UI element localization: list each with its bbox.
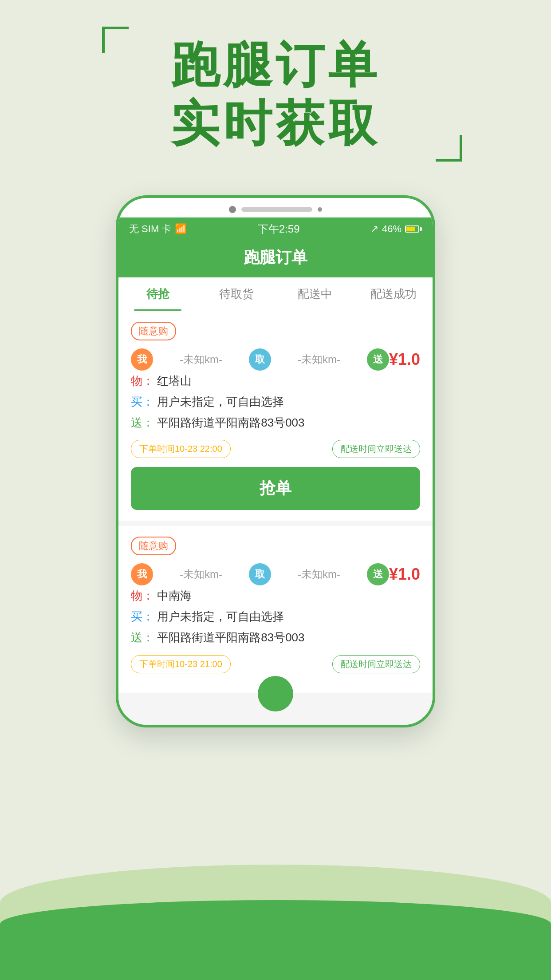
volume-up-button — [116, 296, 118, 322]
bg-wave-dark — [0, 900, 551, 980]
home-button[interactable] — [258, 676, 293, 711]
buy-label-1: 买： — [131, 395, 154, 408]
bracket-top-left — [102, 27, 129, 53]
item-value-2: 中南海 — [157, 589, 192, 602]
bracket-bottom-right — [436, 135, 462, 162]
tab-bar: 待抢 待取货 配送中 配送成功 — [118, 277, 433, 311]
status-time: 下午2:59 — [258, 222, 300, 236]
phone-speaker — [241, 207, 312, 212]
battery-fill — [406, 227, 415, 231]
wifi-icon: 📶 — [175, 223, 187, 235]
notch-dot — [229, 206, 236, 213]
status-bar: 无 SIM 卡 📶 下午2:59 ↗ 46% — [118, 217, 433, 241]
power-button — [433, 313, 435, 349]
phone-notch — [118, 198, 433, 217]
order-meta-1: 下单时间10-23 22:00 配送时间立即送达 — [131, 440, 420, 458]
app-title: 跑腿订单 — [244, 248, 307, 266]
app-header: 跑腿订单 — [118, 241, 433, 277]
order-tag-2: 随意购 — [131, 537, 176, 555]
from-dist-2: -未知km- — [153, 567, 249, 581]
deliver-label-2: 送： — [131, 631, 154, 644]
status-right: ↗ 46% — [370, 223, 422, 235]
status-left: 无 SIM 卡 📶 — [129, 222, 187, 236]
grab-button-1[interactable]: 抢单 — [131, 467, 420, 510]
item-label-2: 物： — [131, 589, 154, 602]
order-card-2: 随意购 我 -未知km- 取 -未知km- 送 ¥1.0 — [118, 526, 433, 692]
tab-waiting-pickup[interactable]: 待取货 — [197, 277, 276, 311]
order-time-tag-2: 下单时间10-23 21:00 — [131, 655, 231, 673]
order-route-1: 我 -未知km- 取 -未知km- 送 ¥1.0 — [131, 348, 420, 371]
tab-delivered[interactable]: 配送成功 — [354, 277, 433, 311]
deliver-value-2: 平阳路街道平阳南路83号003 — [157, 631, 304, 644]
deliver-label-1: 送： — [131, 416, 154, 429]
deliver-time-tag-1: 配送时间立即送达 — [332, 440, 420, 458]
order-card-1: 随意购 我 -未知km- 取 -未知km- 送 ¥1.0 — [118, 311, 433, 521]
home-button-area — [118, 698, 433, 725]
item-label-1: 物： — [131, 374, 154, 387]
order-time-tag-1: 下单时间10-23 22:00 — [131, 440, 231, 458]
orders-list: 随意购 我 -未知km- 取 -未知km- 送 ¥1.0 — [118, 311, 433, 698]
order-tag-1: 随意购 — [131, 322, 176, 340]
phone-frame: 无 SIM 卡 📶 下午2:59 ↗ 46% 跑腿订单 待抢 — [116, 195, 435, 727]
carrier-label: 无 SIM 卡 — [129, 222, 171, 236]
order-price-2: ¥1.0 — [389, 565, 420, 584]
battery-tip — [420, 227, 422, 231]
deliver-icon-2: 送 — [367, 563, 389, 585]
location-icon: ↗ — [370, 223, 378, 235]
volume-down-button — [116, 331, 118, 358]
from-dist-1: -未知km- — [153, 352, 249, 367]
front-camera — [318, 207, 322, 212]
deliver-value-1: 平阳路街道平阳南路83号003 — [157, 416, 304, 429]
buy-value-2: 用户未指定，可自由选择 — [157, 610, 284, 623]
battery-body — [405, 225, 419, 233]
from-icon-1: 我 — [131, 348, 153, 371]
pick-dist-1: -未知km- — [271, 352, 367, 367]
battery-pct: 46% — [382, 223, 401, 235]
deliver-icon-1: 送 — [367, 348, 389, 371]
phone-mockup: 无 SIM 卡 📶 下午2:59 ↗ 46% 跑腿订单 待抢 — [116, 195, 435, 727]
from-icon-2: 我 — [131, 563, 153, 585]
order-info-2: 物： 中南海 买： 用户未指定，可自由选择 送： 平阳路街道平阳南路83号003 — [131, 585, 420, 648]
order-meta-2: 下单时间10-23 21:00 配送时间立即送达 — [131, 655, 420, 673]
pick-icon-2: 取 — [249, 563, 271, 585]
item-value-1: 红塔山 — [157, 374, 192, 387]
tab-delivering[interactable]: 配送中 — [276, 277, 354, 311]
battery-icon — [405, 225, 422, 233]
order-info-1: 物： 红塔山 买： 用户未指定，可自由选择 送： 平阳路街道平阳南路83号003 — [131, 371, 420, 433]
pick-dist-2: -未知km- — [271, 567, 367, 581]
header-section: 跑腿订单 实时获取 — [0, 36, 551, 153]
buy-label-2: 买： — [131, 610, 154, 623]
title-line2: 实时获取 — [0, 94, 551, 153]
buy-value-1: 用户未指定，可自由选择 — [157, 395, 284, 408]
order-price-1: ¥1.0 — [389, 350, 420, 369]
deliver-time-tag-2: 配送时间立即送达 — [332, 655, 420, 673]
tab-waiting-grab[interactable]: 待抢 — [118, 277, 197, 311]
main-title: 跑腿订单 实时获取 — [0, 36, 551, 153]
pick-icon-1: 取 — [249, 348, 271, 371]
order-route-2: 我 -未知km- 取 -未知km- 送 ¥1.0 — [131, 563, 420, 585]
title-line1: 跑腿订单 — [0, 36, 551, 94]
